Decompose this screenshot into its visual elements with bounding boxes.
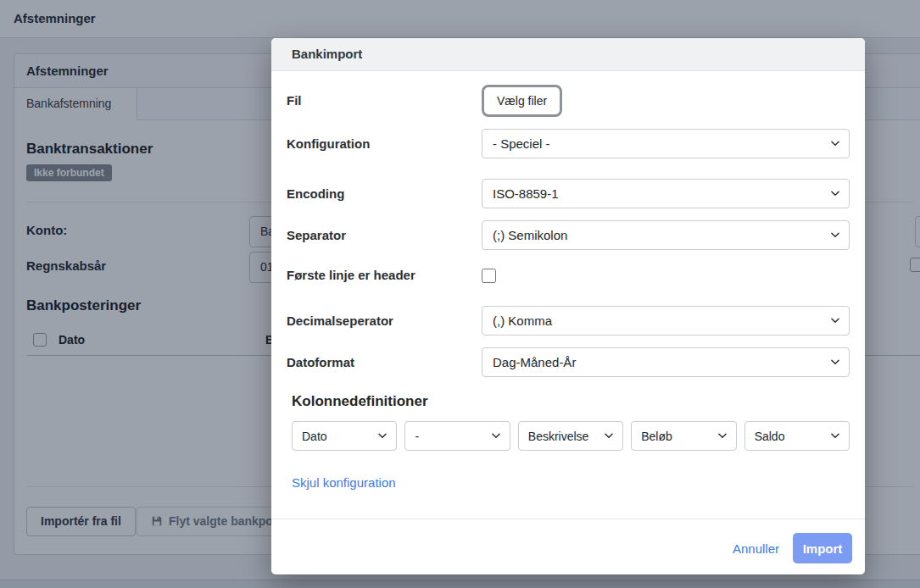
decimal-select-wrap: (,) Komma — [482, 306, 850, 336]
datoformat-select-wrap: Dag-Måned-År — [482, 347, 850, 377]
konfiguration-select[interactable]: - Speciel - — [482, 129, 850, 158]
encoding-select[interactable]: ISO-8859-1 — [482, 179, 850, 208]
datoformat-label: Datoformat — [287, 355, 354, 369]
separator-select[interactable]: (;) Semikolon — [482, 220, 850, 250]
separator-label: Separator — [287, 228, 346, 242]
skjul-konfiguration-link[interactable]: Skjul konfiguration — [292, 475, 396, 490]
decimal-select[interactable]: (,) Komma — [482, 306, 850, 336]
encoding-label: Encoding — [287, 186, 344, 201]
column-select-wrap: Beløb — [631, 421, 736, 451]
column-select-wrap: Saldo — [744, 421, 850, 451]
modal-title: Bankimport — [292, 47, 362, 61]
datoformat-select[interactable]: Dag-Måned-År — [482, 347, 850, 377]
bankimport-modal: Bankimport Fil Vælg filer Konfiguration … — [271, 38, 865, 574]
footer-divider — [271, 519, 865, 519]
fil-label: Fil — [287, 93, 302, 108]
column-1-select[interactable]: Dato — [292, 421, 397, 451]
separator-select-wrap: (;) Semikolon — [482, 220, 850, 250]
column-select-wrap: - — [404, 421, 510, 451]
column-definitions-row: Dato - Beskrivelse Beløb Saldo — [292, 421, 850, 451]
modal-header: Bankimport — [271, 38, 865, 71]
column-select-wrap: Beskrivelse — [518, 421, 623, 451]
header-line-label: Første linje er header — [287, 268, 415, 282]
column-5-select[interactable]: Saldo — [744, 421, 850, 451]
konfiguration-select-wrap: - Speciel - — [482, 129, 850, 158]
first-line-header-checkbox[interactable] — [482, 269, 496, 283]
annuller-link[interactable]: Annuller — [733, 541, 779, 556]
konfiguration-label: Konfiguration — [287, 136, 370, 151]
choose-files-button[interactable]: Vælg filer — [482, 85, 562, 117]
kolonnedefinitioner-heading: Kolonnedefinitioner — [292, 393, 428, 410]
column-2-select[interactable]: - — [404, 421, 510, 451]
column-4-select[interactable]: Beløb — [631, 421, 736, 451]
import-button[interactable]: Import — [793, 533, 852, 563]
column-3-select[interactable]: Beskrivelse — [518, 421, 623, 451]
encoding-select-wrap: ISO-8859-1 — [482, 179, 850, 208]
column-select-wrap: Dato — [292, 421, 397, 451]
decimalseperator-label: Decimalseperator — [287, 313, 393, 328]
